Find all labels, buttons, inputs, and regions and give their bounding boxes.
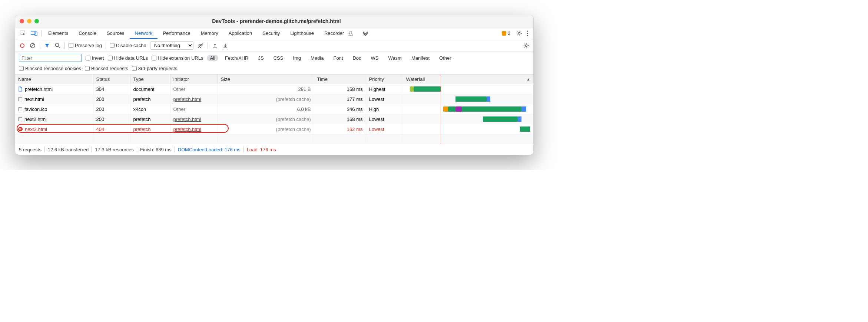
request-name: next.html (24, 96, 44, 102)
throttling-select[interactable]: No throttling (150, 41, 193, 50)
col-time[interactable]: Time (314, 75, 366, 84)
tab-memory[interactable]: Memory (196, 28, 223, 38)
blank-row (15, 134, 533, 144)
col-initiator[interactable]: Initiator (170, 75, 218, 84)
type-filter-js[interactable]: JS (255, 55, 266, 61)
tab-recorder[interactable]: Recorder (319, 28, 349, 38)
size-cell: (prefetch cache) (218, 94, 314, 104)
network-conditions-icon[interactable] (197, 43, 204, 48)
filter-bar-2: Blocked response cookies Blocked request… (15, 64, 533, 75)
initiator-link[interactable]: prefetch.html (173, 96, 201, 102)
record-button[interactable] (19, 43, 26, 48)
status-cell: 404 (93, 124, 130, 134)
window-title: DevTools - prerender-demos.glitch.me/pre… (46, 18, 507, 24)
svg-point-11 (200, 47, 201, 47)
hide-data-urls-checkbox[interactable]: Hide data URLs (108, 55, 148, 61)
device-toggle-icon[interactable] (29, 31, 40, 36)
svg-point-5 (527, 33, 528, 34)
status-cell: 200 (93, 114, 130, 124)
titlebar: DevTools - prerender-demos.glitch.me/pre… (15, 15, 533, 27)
network-table: Name Status Type Initiator Size Time Pri… (15, 75, 533, 144)
upload-har-icon[interactable] (212, 43, 218, 48)
search-icon[interactable] (54, 43, 61, 48)
network-settings-gear-icon[interactable] (523, 43, 530, 49)
tab-sources[interactable]: Sources (102, 28, 130, 38)
waterfall-bar (406, 126, 530, 132)
time-cell: 177 ms (314, 94, 366, 104)
type-cell: prefetch (130, 94, 170, 104)
window-controls (20, 19, 39, 23)
request-name: next3.html (25, 126, 47, 132)
svg-line-10 (59, 46, 60, 48)
tab-performance[interactable]: Performance (158, 28, 195, 38)
tab-lighthouse[interactable]: Lighthouse (285, 28, 319, 38)
more-tabs-icon[interactable] (360, 31, 371, 36)
table-header-row: Name Status Type Initiator Size Time Pri… (15, 75, 533, 84)
error-icon: ✕ (18, 127, 23, 131)
table-row[interactable]: prefetch.html304documentOther291 B168 ms… (15, 84, 533, 94)
close-window-button[interactable] (20, 19, 24, 23)
tab-application[interactable]: Application (223, 28, 258, 38)
type-filter-manifest[interactable]: Manifest (408, 55, 433, 61)
blocked-cookies-checkbox[interactable]: Blocked response cookies (19, 66, 81, 71)
table-row[interactable]: favicon.ico200x-iconOther6.0 kB346 msHig… (15, 104, 533, 114)
warnings-badge[interactable]: 2 (502, 31, 510, 36)
type-filter-wasm[interactable]: Wasm (385, 55, 405, 61)
col-type[interactable]: Type (130, 75, 170, 84)
sort-asc-icon: ▲ (527, 77, 530, 81)
type-cell: x-icon (130, 104, 170, 114)
tab-security[interactable]: Security (257, 28, 285, 38)
filter-toggle-icon[interactable] (44, 43, 50, 48)
document-icon (18, 86, 23, 92)
col-size[interactable]: Size (218, 75, 314, 84)
summary-load: Load: 176 ms (247, 147, 276, 152)
svg-point-3 (519, 32, 520, 34)
table-row[interactable]: next.html200prefetchprefetch.html(prefet… (15, 94, 533, 104)
table-row[interactable]: next2.html200prefetchprefetch.html(prefe… (15, 114, 533, 124)
clear-button[interactable] (29, 43, 36, 49)
type-filter-other[interactable]: Other (436, 55, 454, 61)
maximize-window-button[interactable] (34, 19, 39, 23)
type-filter-all[interactable]: All (207, 55, 218, 61)
col-waterfall[interactable]: Waterfall▲ (403, 75, 533, 84)
inspect-icon[interactable] (18, 30, 29, 36)
priority-cell: Lowest (366, 124, 403, 134)
initiator-link[interactable]: prefetch.html (173, 126, 201, 132)
download-har-icon[interactable] (222, 43, 229, 48)
time-cell: 168 ms (314, 114, 366, 124)
col-priority[interactable]: Priority (366, 75, 403, 84)
type-filter-font[interactable]: Font (330, 55, 346, 61)
type-filter-img[interactable]: Img (290, 55, 304, 61)
svg-point-9 (55, 43, 59, 47)
type-filter-css[interactable]: CSS (271, 55, 286, 61)
col-status[interactable]: Status (93, 75, 130, 84)
filter-input[interactable] (19, 54, 82, 62)
tab-network[interactable]: Network (130, 28, 158, 39)
col-name[interactable]: Name (15, 75, 93, 84)
type-filter-doc[interactable]: Doc (349, 55, 364, 61)
type-cell: document (130, 84, 170, 94)
disable-cache-checkbox[interactable]: Disable cache (110, 43, 146, 48)
invert-checkbox[interactable]: Invert (86, 55, 104, 61)
warnings-count: 2 (508, 31, 510, 36)
separator (41, 30, 42, 37)
kebab-menu-icon[interactable] (524, 30, 530, 36)
blocked-requests-checkbox[interactable]: Blocked requests (85, 66, 128, 71)
type-filter-fetch-xhr[interactable]: Fetch/XHR (222, 55, 252, 61)
waterfall-bar (406, 86, 530, 92)
hide-extension-urls-checkbox[interactable]: Hide extension URLs (152, 55, 203, 61)
third-party-checkbox[interactable]: 3rd-party requests (132, 66, 178, 71)
preserve-log-checkbox[interactable]: Preserve log (69, 43, 102, 48)
minimize-window-button[interactable] (27, 19, 32, 23)
settings-gear-icon[interactable] (514, 30, 524, 36)
tab-elements[interactable]: Elements (43, 28, 73, 38)
type-cell: prefetch (130, 114, 170, 124)
size-cell: (prefetch cache) (218, 114, 314, 124)
initiator-cell: prefetch.html (170, 124, 218, 134)
type-filter-media[interactable]: Media (308, 55, 327, 61)
type-filter-ws[interactable]: WS (368, 55, 382, 61)
table-row[interactable]: ✕next3.html404prefetchprefetch.html(pref… (15, 124, 533, 134)
initiator-link[interactable]: prefetch.html (173, 116, 201, 122)
priority-cell: Highest (366, 84, 403, 94)
tab-console[interactable]: Console (73, 28, 102, 38)
